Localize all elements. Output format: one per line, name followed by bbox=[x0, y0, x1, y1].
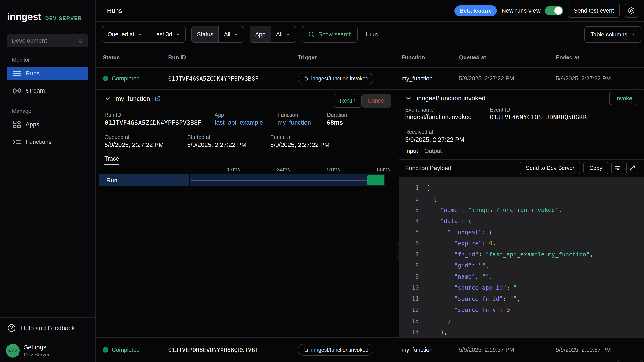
settings-gear-button[interactable] bbox=[624, 4, 638, 17]
code-line: 7 "fn_id": "fast_api_example-my_function… bbox=[399, 249, 644, 260]
status-filter-value: All bbox=[224, 31, 230, 38]
status-badge: Completed bbox=[112, 347, 140, 353]
new-runs-view-toggle[interactable] bbox=[545, 6, 563, 15]
dev-server-label: DEV SERVER bbox=[45, 15, 82, 21]
invoke-button[interactable]: Invoke bbox=[609, 92, 638, 105]
trace-span-label: Run bbox=[99, 174, 189, 186]
status-dot bbox=[103, 347, 108, 353]
time-field-dropdown[interactable]: Queued at bbox=[102, 26, 148, 42]
gear-icon bbox=[627, 7, 636, 15]
search-icon bbox=[308, 31, 315, 38]
code-line: 13 } bbox=[399, 316, 644, 327]
send-test-event-button[interactable]: Send test event bbox=[568, 4, 620, 17]
sidebar-item-stream[interactable]: Stream bbox=[7, 84, 88, 98]
line-number: 14 bbox=[399, 327, 419, 337]
sidebar-section-monitor: Monitor bbox=[12, 57, 30, 63]
chevron-down-icon bbox=[234, 32, 238, 37]
trigger-name: inngest/function.invoked bbox=[311, 347, 368, 353]
code-line: 6 "expire": 0, bbox=[399, 238, 644, 249]
code-line: 12 "source_fn_v": 0 bbox=[399, 304, 644, 316]
show-search-button[interactable]: Show search bbox=[302, 26, 358, 43]
trace-run-row[interactable]: Run bbox=[99, 174, 385, 186]
sidebar-section-manage: Manage bbox=[12, 108, 31, 114]
app-filter-value: All bbox=[276, 31, 282, 38]
chevron-updown-icon bbox=[77, 37, 84, 44]
event-name-value: inngest/function.invoked bbox=[405, 114, 472, 121]
rerun-button[interactable]: Rerun bbox=[334, 94, 362, 108]
word-wrap-icon bbox=[614, 165, 620, 171]
app-label: App bbox=[214, 112, 224, 118]
chevron-down-icon bbox=[630, 32, 635, 37]
event-title: inngest/function.invoked bbox=[417, 95, 486, 102]
dev-server-avatar: </> bbox=[6, 344, 20, 358]
toggle-knob bbox=[554, 7, 562, 14]
line-number: 13 bbox=[399, 316, 419, 327]
table-row[interactable]: Completed 01JTVEP0H8EVDNYXH68QRSTVBT inn… bbox=[96, 337, 644, 362]
send-to-dev-server-button[interactable]: Send to Dev Server bbox=[520, 162, 580, 174]
time-marker: 34ms bbox=[256, 167, 290, 173]
sidebar-item-label: Apps bbox=[26, 121, 39, 128]
function-link[interactable]: my_function bbox=[278, 119, 311, 126]
app-filter-label: App bbox=[250, 26, 270, 42]
input-tab-indicator bbox=[405, 158, 418, 158]
sidebar-item-functions[interactable]: Functions bbox=[7, 135, 88, 149]
time-marker: 51ms bbox=[306, 167, 340, 173]
collapse-chevron-icon[interactable] bbox=[104, 95, 111, 102]
time-marker: 68ms bbox=[356, 167, 390, 173]
duration-value: 68ms bbox=[327, 119, 343, 126]
table-columns-button[interactable]: Table columns bbox=[584, 26, 641, 43]
span-connector-line bbox=[191, 180, 367, 181]
workspace-select[interactable]: Development bbox=[7, 34, 88, 47]
page-title: Runs bbox=[107, 7, 122, 14]
run-id: 01JTVF46SA5ZCDK4YPFSPV3B8F bbox=[168, 75, 258, 82]
trigger-name: inngest/function.invoked bbox=[311, 76, 368, 82]
tab-output[interactable]: Output bbox=[424, 148, 442, 154]
tab-input[interactable]: Input bbox=[405, 148, 418, 154]
code-line: 4 "data": { bbox=[399, 216, 644, 227]
sidebar-item-apps[interactable]: Apps bbox=[7, 118, 88, 131]
time-range-dropdown[interactable]: Last 3d bbox=[148, 26, 186, 42]
trigger-pill[interactable]: inngest/function.invoked bbox=[298, 344, 374, 356]
started-at-value: 5/9/2025, 2:27:22 PM bbox=[187, 141, 246, 148]
chevron-down-icon bbox=[138, 32, 142, 37]
run-id: 01JTVEP0H8EVDNYXH68QRSTVBT bbox=[168, 347, 258, 353]
trace-tab-indicator bbox=[104, 164, 120, 165]
run-id-value: 01JTVF46SA5ZCDK4YPFSPV3B8F bbox=[104, 119, 202, 126]
word-wrap-button[interactable] bbox=[611, 162, 623, 174]
payload-code-editor[interactable]: 1[2 {3 "name": "inngest/function.invoked… bbox=[399, 177, 644, 337]
line-number: 1 bbox=[399, 182, 419, 193]
app-filter-dropdown[interactable]: All bbox=[270, 26, 296, 42]
expand-icon bbox=[629, 165, 636, 171]
execution-span-bar bbox=[367, 175, 384, 185]
collapse-chevron-icon[interactable] bbox=[405, 95, 412, 102]
col-queued-at: Queued at bbox=[459, 54, 486, 61]
code-line: 5 "_inngest": { bbox=[399, 227, 644, 238]
trigger-pill[interactable]: inngest/function.invoked bbox=[298, 73, 374, 84]
line-number: 10 bbox=[399, 282, 419, 293]
time-filter-group: Queued at Last 3d bbox=[102, 26, 186, 43]
status-filter-label: Status bbox=[192, 26, 218, 42]
settings-entry[interactable]: </> Settings Dev Server bbox=[0, 339, 95, 362]
settings-title: Settings bbox=[24, 344, 50, 351]
code-line: 1[ bbox=[399, 182, 644, 193]
show-search-label: Show search bbox=[318, 31, 352, 38]
sidebar-item-runs[interactable]: Runs bbox=[7, 67, 88, 80]
copy-button[interactable]: Copy bbox=[583, 162, 608, 174]
table-row[interactable]: Completed 01JTVF46SA5ZCDK4YPFSPV3B8F inn… bbox=[96, 68, 644, 90]
function-payload-title: Function Payload bbox=[405, 165, 451, 172]
top-bar: Runs Beta feature New runs view Send tes… bbox=[96, 0, 644, 22]
external-link-icon[interactable] bbox=[154, 95, 161, 102]
col-function: Function bbox=[402, 54, 425, 61]
app-link[interactable]: fast_api_example bbox=[214, 119, 263, 126]
cancel-button[interactable]: Cancel bbox=[362, 94, 391, 108]
help-and-feedback[interactable]: Help and Feedback bbox=[0, 317, 95, 339]
status-filter-dropdown[interactable]: All bbox=[218, 26, 244, 42]
run-id-label: Run ID bbox=[104, 112, 121, 118]
ended-at: 5/9/2025, 2:27:22 PM bbox=[556, 75, 611, 82]
inngest-logo: inngest bbox=[7, 11, 41, 22]
help-icon bbox=[7, 323, 16, 333]
tab-trace[interactable]: Trace bbox=[104, 155, 119, 162]
queued-at: 5/9/2025, 2:19:37 PM bbox=[459, 347, 514, 353]
expand-button[interactable] bbox=[626, 162, 638, 174]
col-run-id: Run ID bbox=[168, 54, 186, 61]
